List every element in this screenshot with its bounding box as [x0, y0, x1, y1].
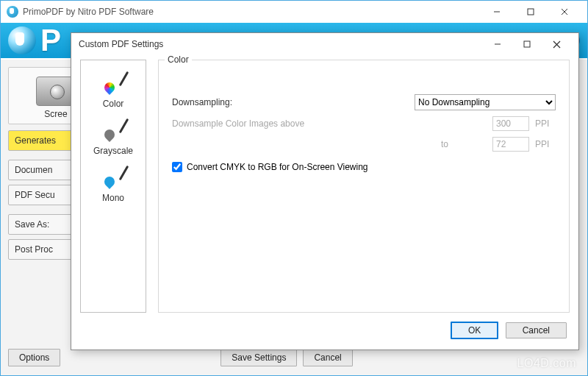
grayscale-dropper-icon — [98, 119, 128, 144]
save-settings-button[interactable]: Save Settings — [220, 349, 297, 366]
main-titlebar: PrimoPDF by Nitro PDF Software — [1, 1, 587, 23]
to-input[interactable] — [492, 137, 529, 152]
cmyk-label: Convert CMYK to RGB for On-Screen Viewin… — [187, 162, 368, 172]
svg-rect-1 — [528, 9, 534, 15]
main-title: PrimoPDF by Nitro PDF Software — [23, 7, 154, 17]
dialog-buttons: OK Cancel — [446, 322, 567, 339]
fieldset-legend: Color — [165, 54, 192, 65]
above-label: Downsample Color Images above — [172, 118, 304, 129]
cancel-main-button[interactable]: Cancel — [303, 349, 352, 366]
downsampling-label: Downsampling: — [172, 97, 232, 107]
dialog-title: Custom PDF Settings — [79, 39, 163, 49]
preset-icon[interactable] — [36, 77, 76, 106]
category-mono[interactable]: Mono — [81, 163, 146, 210]
above-input[interactable] — [492, 116, 529, 131]
svg-rect-5 — [524, 41, 530, 47]
maximize-button[interactable] — [514, 1, 548, 23]
close-icon — [553, 40, 561, 49]
dialog-minimize-button[interactable] — [483, 34, 512, 54]
close-button[interactable] — [548, 1, 581, 23]
cmyk-row: Convert CMYK to RGB for On-Screen Viewin… — [172, 162, 556, 172]
above-unit: PPI — [535, 118, 556, 129]
dialog-body: Color Grayscale Mono Color Downsampling:… — [80, 60, 570, 313]
minimize-button[interactable] — [480, 1, 514, 23]
category-grayscale[interactable]: Grayscale — [81, 116, 146, 163]
minimize-icon — [493, 8, 501, 15]
category-mono-label: Mono — [102, 193, 124, 203]
brand-letter: P — [40, 23, 61, 58]
options-button[interactable]: Options — [8, 349, 60, 366]
category-color[interactable]: Color — [81, 69, 146, 116]
dialog-close-button[interactable] — [542, 34, 571, 54]
color-dropper-icon — [98, 72, 128, 97]
close-icon — [561, 8, 568, 15]
downsampling-row: Downsampling: No Downsampling — [172, 94, 556, 110]
category-color-label: Color — [103, 99, 124, 109]
cancel-button[interactable]: Cancel — [506, 322, 567, 338]
downsampling-select[interactable]: No Downsampling — [415, 94, 556, 110]
category-panel: Color Grayscale Mono — [80, 60, 146, 313]
settings-panel: Color Downsampling: No Downsampling Down… — [146, 60, 570, 313]
maximize-icon — [527, 8, 534, 15]
mono-dropper-icon — [98, 166, 128, 191]
app-icon — [7, 6, 18, 18]
to-unit: PPI — [535, 139, 556, 149]
minimize-icon — [494, 40, 501, 48]
category-grayscale-label: Grayscale — [93, 146, 133, 156]
ok-button[interactable]: OK — [451, 322, 498, 339]
brand-logo-icon — [8, 26, 36, 54]
maximize-icon — [523, 40, 531, 48]
dialog-maximize-button[interactable] — [512, 34, 542, 54]
custom-pdf-settings-dialog: Custom PDF Settings Color Grayscale Mono — [71, 32, 579, 350]
above-row: Downsample Color Images above PPI — [172, 116, 556, 131]
to-row: . to PPI — [172, 137, 556, 152]
dialog-titlebar: Custom PDF Settings — [71, 33, 578, 55]
to-label: to — [441, 139, 448, 149]
color-fieldset: Color Downsampling: No Downsampling Down… — [158, 60, 570, 313]
cmyk-checkbox[interactable] — [172, 162, 182, 172]
bottom-bar: Options Save Settings Cancel — [8, 349, 580, 366]
